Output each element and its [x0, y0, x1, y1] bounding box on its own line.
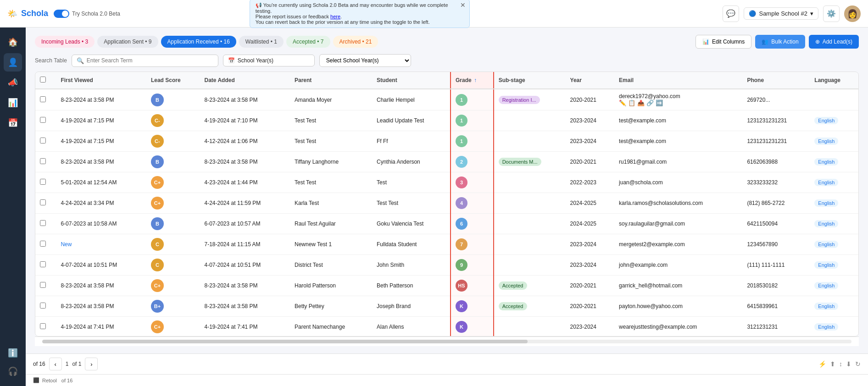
row-checkbox[interactable]: [35, 193, 56, 214]
col-first-viewed[interactable]: First Viewed: [56, 72, 146, 89]
export-icon[interactable]: ⬆: [830, 360, 835, 368]
row-select-checkbox[interactable]: [40, 158, 46, 164]
edit-icon[interactable]: ✏️: [619, 99, 626, 106]
sidebar-item-calendar[interactable]: 📅: [4, 114, 22, 132]
feedback-link[interactable]: here: [330, 14, 340, 19]
sidebar-item-home[interactable]: 🏠: [4, 33, 22, 51]
lead-score-cell: C+: [146, 317, 200, 337]
row-checkbox[interactable]: [35, 296, 56, 317]
avatar[interactable]: 👩: [844, 6, 861, 22]
col-grade[interactable]: Grade ↑: [451, 72, 494, 89]
school-selector[interactable]: 🔵 Sample School #2 ▾: [744, 7, 818, 20]
row-select-checkbox[interactable]: [40, 241, 46, 247]
row-select-checkbox[interactable]: [40, 220, 46, 226]
language-cell: English: [810, 193, 858, 214]
date-added-cell: 8-23-2024 at 3:58 PM: [200, 152, 290, 172]
download-icon[interactable]: ⬇: [846, 360, 851, 368]
col-phone[interactable]: Phone: [742, 72, 810, 89]
row-checkbox[interactable]: [35, 131, 56, 152]
edit-columns-button[interactable]: 📊 Edit Columns: [696, 35, 751, 49]
row-select-checkbox[interactable]: [40, 138, 46, 143]
col-checkbox[interactable]: [35, 72, 56, 89]
search-box[interactable]: 🔍: [72, 55, 218, 67]
horizontal-scrollbar[interactable]: [42, 340, 851, 343]
table-row: 8-23-2024 at 3:58 PM B 8-23-2024 at 3:58…: [35, 152, 858, 172]
row-checkbox[interactable]: [35, 276, 56, 296]
refresh-icon[interactable]: ↻: [855, 360, 861, 368]
link-icon[interactable]: 🔗: [646, 99, 654, 106]
next-page-button[interactable]: ›: [85, 358, 98, 370]
table-header-row: First Viewed Lead Score Date Added Paren…: [35, 72, 858, 89]
row-checkbox[interactable]: [35, 172, 56, 193]
row-select-checkbox[interactable]: [40, 199, 46, 205]
row-select-checkbox[interactable]: [40, 303, 46, 309]
row-select-checkbox[interactable]: [40, 117, 46, 123]
action-icons: ✏️ 📋 📤 🔗 ➡️: [619, 99, 738, 106]
row-select-checkbox[interactable]: [40, 96, 46, 102]
sidebar-item-analytics[interactable]: 📊: [4, 94, 22, 112]
row-checkbox[interactable]: [35, 255, 56, 276]
col-language[interactable]: Language: [810, 72, 858, 89]
student-cell: Goku Valencia Test: [372, 214, 451, 234]
lead-score-badge: C+: [151, 320, 164, 333]
tab-application-sent[interactable]: Application Sent • 9: [97, 36, 158, 48]
col-date-added[interactable]: Date Added: [200, 72, 290, 89]
close-icon[interactable]: ✕: [460, 1, 466, 9]
row-checkbox[interactable]: [35, 152, 56, 172]
date-added-cell: 4-19-2024 at 7:41 PM: [200, 317, 290, 337]
row-select-checkbox[interactable]: [40, 282, 46, 288]
tab-incoming-leads[interactable]: Incoming Leads • 3: [35, 36, 95, 48]
language-cell: English: [810, 255, 858, 276]
select-all-checkbox[interactable]: [40, 77, 46, 83]
tab-waitlisted[interactable]: Waitlisted • 1: [239, 36, 284, 48]
row-checkbox[interactable]: [35, 89, 56, 110]
chevron-down-icon: ▾: [810, 10, 813, 17]
col-student[interactable]: Student: [372, 72, 451, 89]
copy-icon[interactable]: 📋: [628, 99, 635, 106]
prev-page-button[interactable]: ‹: [49, 358, 62, 370]
share-icon[interactable]: 📤: [637, 99, 645, 106]
row-select-checkbox[interactable]: [40, 323, 46, 329]
phone-cell: (111) 111-1111: [742, 255, 810, 276]
tab-accepted[interactable]: Accepted • 7: [286, 36, 330, 48]
bulk-action-button[interactable]: 👥 Bulk Action: [755, 35, 805, 49]
col-sub-stage[interactable]: Sub-stage: [494, 72, 566, 89]
substage-cell: [494, 255, 566, 276]
student-cell: Joseph Brand: [372, 296, 451, 317]
tab-archived[interactable]: Archived • 21: [333, 36, 378, 48]
col-year[interactable]: Year: [566, 72, 615, 89]
beta-toggle-wrap[interactable]: Try Schola 2.0 Beta: [54, 10, 120, 18]
add-lead-button[interactable]: ⊕ Add Lead(s): [809, 35, 859, 49]
language-cell: English: [810, 214, 858, 234]
nav-right: 💬 🔵 Sample School #2 ▾ ⚙️ 👩: [723, 6, 861, 22]
settings-icon-button[interactable]: ⚙️: [823, 6, 840, 22]
sidebar-item-announcements[interactable]: 📣: [4, 73, 22, 92]
school-year-selector[interactable]: 📅 School Year(s): [223, 55, 315, 66]
row-select-checkbox[interactable]: [40, 261, 46, 267]
row-checkbox[interactable]: [35, 110, 56, 131]
col-lead-score[interactable]: Lead Score: [146, 72, 200, 89]
sidebar-item-support[interactable]: 🎧: [4, 362, 22, 380]
student-cell: Leadid Update Test: [372, 110, 451, 131]
filter-icon[interactable]: ⚡: [818, 360, 826, 368]
language-cell: English: [810, 110, 858, 131]
beta-toggle[interactable]: [54, 10, 69, 18]
col-email[interactable]: Email: [614, 72, 742, 89]
forward-icon[interactable]: ➡️: [656, 99, 663, 106]
tab-application-received[interactable]: Application Received • 16: [161, 36, 236, 48]
first-viewed-cell: 4-24-2024 at 3:34 PM: [56, 193, 146, 214]
beta-toggle-label: Try Schola 2.0 Beta: [72, 11, 120, 17]
phone-cell: 6415839961: [742, 296, 810, 317]
row-checkbox[interactable]: [35, 234, 56, 255]
row-checkbox[interactable]: [35, 317, 56, 337]
row-select-checkbox[interactable]: [40, 179, 46, 185]
year-cell: 2023-2024: [566, 110, 615, 131]
search-input[interactable]: [87, 57, 213, 64]
columns-icon[interactable]: ↕: [839, 360, 842, 368]
sidebar-item-info[interactable]: ℹ️: [4, 344, 22, 362]
sidebar-item-users[interactable]: 👤: [4, 53, 22, 72]
row-checkbox[interactable]: [35, 214, 56, 234]
col-parent[interactable]: Parent: [290, 72, 372, 89]
chat-icon-button[interactable]: 💬: [723, 6, 739, 22]
school-year-select[interactable]: Select School Year(s): [319, 54, 411, 67]
